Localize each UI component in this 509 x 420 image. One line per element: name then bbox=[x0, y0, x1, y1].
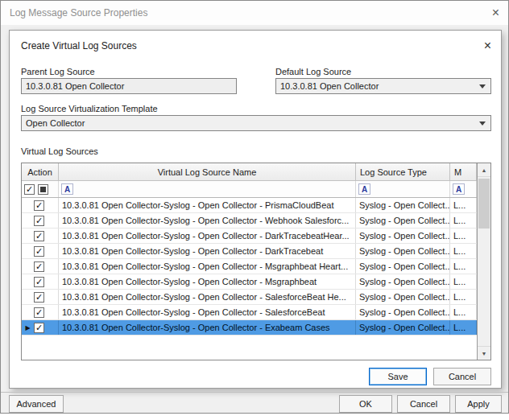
log-message-source-properties-window: Log Message Source Properties × Create V… bbox=[0, 0, 509, 414]
virtualization-template-value: Open Collector bbox=[26, 118, 85, 128]
window-close-icon[interactable]: × bbox=[492, 6, 499, 19]
cancel-button[interactable]: Cancel bbox=[397, 395, 450, 413]
dialog-cancel-button[interactable]: Cancel bbox=[433, 368, 491, 385]
filter-cell-action: ✓ bbox=[22, 181, 59, 197]
virtual-log-sources-label: Virtual Log Sources bbox=[21, 146, 98, 156]
row-checkbox[interactable]: ✓ bbox=[34, 231, 44, 241]
grid-row[interactable]: ✓ 10.3.0.81 Open Collector-Syslog - Open… bbox=[22, 274, 490, 290]
grid-rows: ✓ 10.3.0.81 Open Collector-Syslog - Open… bbox=[22, 198, 490, 336]
column-header-log-source-type[interactable]: Log Source Type bbox=[356, 163, 450, 181]
cell-message: L... bbox=[450, 259, 477, 274]
uncheck-all-icon[interactable] bbox=[38, 184, 48, 195]
footer-separator bbox=[1, 392, 508, 393]
parent-log-source-field[interactable]: 10.3.0.81 Open Collector bbox=[21, 78, 237, 94]
cell-action: ▶ ✓ bbox=[22, 320, 59, 335]
cell-action: ✓ bbox=[22, 290, 59, 304]
scroll-up-icon[interactable]: ▲ bbox=[478, 163, 490, 177]
cell-log-source-type: Syslog - Open Collect... bbox=[356, 274, 450, 289]
grid-row[interactable]: ✓ 10.3.0.81 Open Collector-Syslog - Open… bbox=[22, 305, 490, 320]
chevron-down-icon[interactable] bbox=[479, 121, 486, 126]
cell-virtual-log-source-name: 10.3.0.81 Open Collector-Syslog - Open C… bbox=[59, 274, 356, 289]
grid-row[interactable]: ✓ 10.3.0.81 Open Collector-Syslog - Open… bbox=[22, 229, 490, 244]
cell-action: ✓ bbox=[22, 198, 59, 212]
parent-log-source-label: Parent Log Source bbox=[21, 67, 95, 76]
row-checkbox[interactable]: ✓ bbox=[34, 277, 44, 287]
column-header-action[interactable]: Action bbox=[22, 163, 59, 181]
chevron-down-icon[interactable] bbox=[479, 84, 486, 89]
grid-row[interactable]: ✓ 10.3.0.81 Open Collector-Syslog - Open… bbox=[22, 198, 490, 213]
cell-log-source-type: Syslog - Open Collect... bbox=[356, 320, 450, 335]
cell-action: ✓ bbox=[22, 229, 59, 243]
virtualization-template-label: Log Source Virtualization Template bbox=[21, 104, 158, 113]
virtual-log-sources-grid: Action Virtual Log Source Name Log Sourc… bbox=[21, 163, 491, 360]
window-titlebar[interactable]: Log Message Source Properties × bbox=[1, 1, 508, 25]
row-checkbox[interactable]: ✓ bbox=[34, 261, 44, 272]
cell-action: ✓ bbox=[22, 244, 59, 258]
check-all-checkbox-icon[interactable]: ✓ bbox=[24, 184, 35, 195]
apply-button[interactable]: Apply bbox=[455, 395, 502, 413]
cell-message: L... bbox=[450, 198, 477, 212]
grid-row[interactable]: ✓ 10.3.0.81 Open Collector-Syslog - Open… bbox=[22, 244, 490, 259]
cell-virtual-log-source-name: 10.3.0.81 Open Collector-Syslog - Open C… bbox=[59, 244, 356, 258]
window-title: Log Message Source Properties bbox=[10, 7, 147, 19]
row-checkbox[interactable]: ✓ bbox=[34, 323, 44, 333]
row-indicator-icon: ▶ bbox=[22, 324, 34, 331]
name-filter-icon[interactable]: A bbox=[61, 183, 73, 195]
column-header-message[interactable]: M bbox=[450, 163, 477, 181]
cell-action: ✓ bbox=[22, 305, 59, 319]
cell-log-source-type: Syslog - Open Collect... bbox=[356, 290, 450, 304]
cell-virtual-log-source-name: 10.3.0.81 Open Collector-Syslog - Open C… bbox=[59, 198, 356, 212]
row-checkbox[interactable]: ✓ bbox=[34, 292, 44, 303]
grid-filter-row: ✓ A A A bbox=[22, 181, 490, 198]
cell-log-source-type: Syslog - Open Collect... bbox=[356, 198, 450, 212]
row-checkbox[interactable]: ✓ bbox=[34, 216, 44, 226]
filter-cell-name: A bbox=[59, 181, 356, 197]
dialog-header: Create Virtual Log Sources × bbox=[21, 39, 491, 52]
cell-log-source-type: Syslog - Open Collect... bbox=[356, 213, 450, 228]
cell-log-source-type: Syslog - Open Collect... bbox=[356, 259, 450, 274]
cell-log-source-type: Syslog - Open Collect... bbox=[356, 305, 450, 319]
default-log-source-label: Default Log Source bbox=[275, 67, 351, 76]
cell-log-source-type: Syslog - Open Collect... bbox=[356, 244, 450, 258]
default-log-source-value: 10.3.0.81 Open Collector bbox=[280, 81, 379, 91]
grid-row[interactable]: ✓ 10.3.0.81 Open Collector-Syslog - Open… bbox=[22, 290, 490, 305]
cell-message: L... bbox=[450, 290, 477, 304]
scrollbar-thumb[interactable] bbox=[478, 179, 490, 229]
filter-cell-type: A bbox=[356, 181, 450, 197]
cell-message: L... bbox=[450, 274, 477, 289]
ok-button[interactable]: OK bbox=[339, 395, 392, 413]
cell-action: ✓ bbox=[22, 213, 59, 228]
grid-row[interactable]: ✓ 10.3.0.81 Open Collector-Syslog - Open… bbox=[22, 259, 490, 274]
cell-message: L... bbox=[450, 244, 477, 258]
cell-log-source-type: Syslog - Open Collect... bbox=[356, 229, 450, 243]
cell-virtual-log-source-name: 10.3.0.81 Open Collector-Syslog - Open C… bbox=[59, 259, 356, 274]
cell-message: L... bbox=[450, 229, 477, 243]
cell-virtual-log-source-name: 10.3.0.81 Open Collector-Syslog - Open C… bbox=[59, 320, 356, 335]
message-filter-icon[interactable]: A bbox=[453, 183, 465, 195]
cell-message: L... bbox=[450, 305, 477, 319]
cell-action: ✓ bbox=[22, 274, 59, 289]
cell-virtual-log-source-name: 10.3.0.81 Open Collector-Syslog - Open C… bbox=[59, 213, 356, 228]
column-header-virtual-log-source-name[interactable]: Virtual Log Source Name bbox=[59, 163, 356, 181]
filter-cell-message: A bbox=[450, 181, 477, 197]
cell-message: L... bbox=[450, 213, 477, 228]
grid-vertical-scrollbar[interactable]: ▲ ▼ bbox=[477, 163, 490, 360]
virtualization-template-combobox[interactable]: Open Collector bbox=[21, 115, 491, 131]
row-checkbox[interactable]: ✓ bbox=[34, 200, 44, 211]
grid-row[interactable]: ▶ ✓ 10.3.0.81 Open Collector-Syslog - Op… bbox=[22, 320, 490, 336]
dialog-close-icon[interactable]: × bbox=[484, 39, 491, 52]
grid-header-row: Action Virtual Log Source Name Log Sourc… bbox=[22, 163, 490, 181]
advanced-button[interactable]: Advanced bbox=[9, 395, 64, 413]
dialog-title: Create Virtual Log Sources bbox=[21, 40, 137, 51]
save-button[interactable]: Save bbox=[369, 368, 427, 385]
row-checkbox[interactable]: ✓ bbox=[34, 307, 44, 318]
create-virtual-log-sources-dialog: Create Virtual Log Sources × Parent Log … bbox=[9, 30, 502, 389]
grid-row[interactable]: ✓ 10.3.0.81 Open Collector-Syslog - Open… bbox=[22, 213, 490, 229]
scroll-down-icon[interactable]: ▼ bbox=[478, 346, 490, 360]
cell-virtual-log-source-name: 10.3.0.81 Open Collector-Syslog - Open C… bbox=[59, 305, 356, 319]
type-filter-icon[interactable]: A bbox=[358, 183, 370, 195]
row-checkbox[interactable]: ✓ bbox=[34, 246, 44, 257]
default-log-source-combobox[interactable]: 10.3.0.81 Open Collector bbox=[275, 78, 491, 94]
cell-virtual-log-source-name: 10.3.0.81 Open Collector-Syslog - Open C… bbox=[59, 229, 356, 243]
cell-message: L... bbox=[450, 320, 477, 335]
